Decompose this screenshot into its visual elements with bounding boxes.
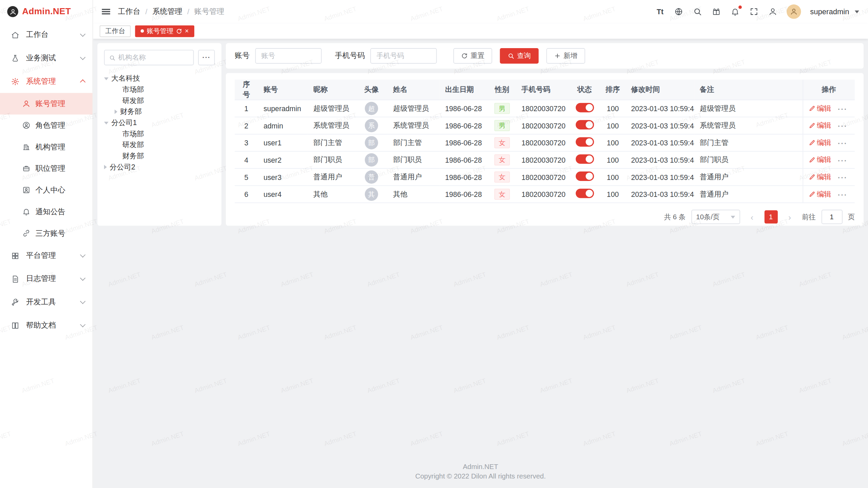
bell-icon[interactable]	[730, 7, 740, 17]
sidebar-item-label: 职位管理	[35, 163, 92, 173]
tab-account-management[interactable]: 账号管理 ×	[135, 25, 194, 37]
tree-node[interactable]: 分公司1	[104, 117, 215, 128]
sidebar-item-business-test[interactable]: 业务测试	[0, 46, 93, 70]
gift-icon[interactable]	[712, 7, 722, 17]
edit-button[interactable]: 编辑	[808, 138, 831, 148]
globe-icon[interactable]	[674, 7, 684, 17]
tree-node[interactable]: 分公司2	[104, 162, 215, 173]
sidebar-item-label: 系统管理	[26, 76, 81, 86]
sidebar-item-personal-center[interactable]: 个人中心	[0, 179, 93, 201]
table-row[interactable]: 1 superadmin 超级管理员 超 超级管理员 1986-06-28 男 …	[235, 100, 855, 117]
edit-button[interactable]: 编辑	[808, 155, 831, 165]
breadcrumb-item[interactable]: 工作台	[118, 7, 140, 17]
status-toggle[interactable]	[575, 171, 594, 181]
status-toggle[interactable]	[575, 189, 594, 198]
next-page-button[interactable]: ›	[783, 210, 796, 223]
tree-node[interactable]: 研发部	[104, 139, 215, 150]
caret-down-icon[interactable]	[104, 121, 108, 124]
page-size-select[interactable]: 10条/页	[691, 210, 740, 224]
edit-button[interactable]: 编辑	[808, 189, 831, 199]
cell-phone: 18020030720	[516, 134, 569, 151]
chevron-down-icon	[80, 299, 85, 304]
caret-right-icon[interactable]	[104, 165, 107, 169]
username[interactable]: superadmin	[810, 7, 849, 16]
org-tree: 大名科技 市场部 研发部 财务部 分公司1 市场部 研发部 财务部 分公司2	[104, 73, 215, 173]
sidebar-item-third-party-account[interactable]: 三方账号	[0, 222, 93, 244]
edit-button[interactable]: 编辑	[808, 103, 831, 113]
sidebar-item-org-management[interactable]: 机构管理	[0, 136, 93, 158]
cell-nickname: 部门主管	[308, 134, 355, 151]
user-table-panel: 序号 账号 昵称 头像 姓名 出生日期 性别 手机号码 状态 排序	[226, 73, 864, 226]
user-icon[interactable]	[768, 7, 778, 17]
tree-more-button[interactable]: ···	[198, 50, 215, 65]
tree-node[interactable]: 财务部	[104, 106, 215, 117]
row-more-button[interactable]: ···	[838, 157, 848, 165]
cell-phone: 18020030720	[516, 117, 569, 134]
cell-birth: 1986-06-28	[439, 168, 488, 186]
row-more-button[interactable]: ···	[838, 174, 848, 182]
sidebar-item-platform-management[interactable]: 平台管理	[0, 244, 93, 267]
row-more-button[interactable]: ···	[838, 191, 848, 199]
sidebar-item-log-management[interactable]: 日志管理	[0, 267, 93, 291]
right-column: 账号 手机号码 重置 查询	[226, 43, 864, 226]
caret-down-icon[interactable]	[104, 77, 108, 80]
table-row[interactable]: 3 user1 部门主管 部 部门主管 1986-06-28 女 1802003…	[235, 134, 855, 151]
edit-button[interactable]: 编辑	[808, 172, 831, 182]
table-row[interactable]: 2 admin 系统管理员 系 系统管理员 1986-06-28 男 18020…	[235, 117, 855, 134]
avatar[interactable]	[787, 4, 801, 19]
sidebar-item-system-management[interactable]: 系统管理	[0, 70, 93, 93]
sidebar-item-help-docs[interactable]: 帮助文档	[0, 314, 93, 337]
sidebar-item-position-management[interactable]: 职位管理	[0, 158, 93, 179]
prev-page-button[interactable]: ‹	[745, 210, 758, 223]
cell-account: user2	[258, 151, 308, 169]
wrench-icon	[11, 298, 20, 306]
table-row[interactable]: 4 user2 部门职员 部 部门职员 1986-06-28 女 1802003…	[235, 151, 855, 169]
menu-toggle-icon[interactable]	[102, 7, 110, 16]
cell-remark: 普通用户	[694, 186, 803, 203]
sidebar-item-account-management[interactable]: 账号管理	[0, 93, 93, 115]
col-birth: 出生日期	[439, 80, 488, 100]
fullscreen-icon[interactable]	[749, 7, 759, 17]
goto-page-input[interactable]	[821, 210, 842, 224]
phone-input[interactable]	[370, 48, 437, 64]
row-more-button[interactable]: ···	[838, 105, 848, 113]
sidebar-item-workbench[interactable]: 工作台	[0, 23, 93, 47]
status-toggle[interactable]	[575, 103, 594, 113]
tree-node[interactable]: 市场部	[104, 84, 215, 95]
edit-button[interactable]: 编辑	[808, 121, 831, 130]
breadcrumb: 工作台 / 系统管理 / 账号管理	[118, 7, 224, 17]
sidebar-item-notice[interactable]: 通知公告	[0, 201, 93, 223]
tree-node-label: 财务部	[122, 151, 144, 161]
tree-node[interactable]: 市场部	[104, 128, 215, 140]
tab-refresh-icon[interactable]	[176, 28, 182, 34]
tree-node[interactable]: 大名科技	[104, 73, 215, 84]
row-more-button[interactable]: ···	[838, 122, 848, 130]
tree-node[interactable]: 研发部	[104, 95, 215, 106]
reset-button[interactable]: 重置	[453, 48, 492, 64]
page-number-button[interactable]: 1	[764, 210, 777, 223]
row-more-button[interactable]: ···	[838, 139, 848, 147]
table-row[interactable]: 5 user3 普通用户 普 普通用户 1986-06-28 女 1802003…	[235, 168, 855, 186]
account-input[interactable]	[255, 48, 322, 64]
org-search-input[interactable]	[118, 54, 189, 61]
add-button[interactable]: 新增	[546, 48, 585, 64]
logo-text: Admin.NET	[22, 7, 71, 17]
search-icon[interactable]	[693, 7, 703, 17]
tab-close-icon[interactable]: ×	[185, 28, 189, 35]
tab-workbench[interactable]: 工作台	[100, 25, 131, 37]
cell-no: 4	[235, 151, 258, 169]
role-icon	[22, 121, 31, 129]
caret-right-icon[interactable]	[115, 109, 117, 114]
status-toggle[interactable]	[575, 155, 594, 164]
cell-sort: 100	[600, 186, 626, 203]
chevron-down-icon[interactable]	[855, 10, 859, 13]
table-row[interactable]: 6 user4 其他 其 其他 1986-06-28 女 18020030720	[235, 186, 855, 203]
breadcrumb-item[interactable]: 系统管理	[152, 7, 182, 17]
font-size-icon[interactable]: Tt	[655, 7, 665, 17]
sidebar-item-role-management[interactable]: 角色管理	[0, 115, 93, 136]
tree-node[interactable]: 财务部	[104, 150, 215, 162]
search-button[interactable]: 查询	[500, 48, 538, 64]
status-toggle[interactable]	[575, 137, 594, 147]
sidebar-item-dev-tools[interactable]: 开发工具	[0, 290, 93, 314]
status-toggle[interactable]	[575, 120, 594, 129]
